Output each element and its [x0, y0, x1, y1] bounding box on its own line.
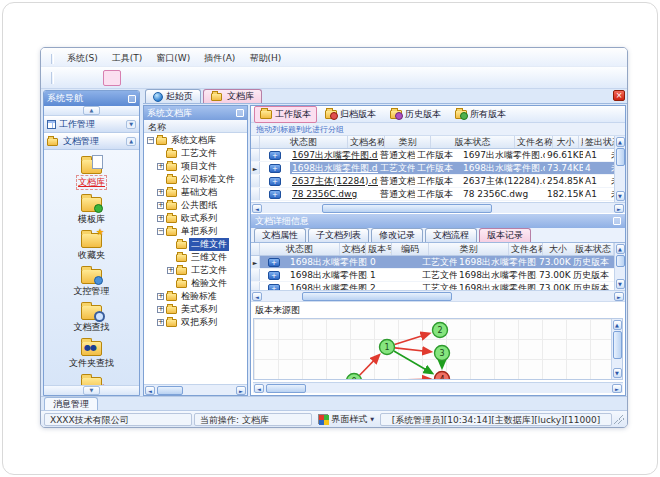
table-horizontal-scrollbar[interactable]: ◄ ► — [251, 202, 625, 213]
sidebar-group-work[interactable]: 工作管理 ▼ — [44, 116, 139, 133]
group-by-bar[interactable]: 拖动列标题到此进行分组 — [251, 123, 625, 136]
table-row[interactable]: 1698出水嘴零件图.dwg 1 工艺文件 1698出水嘴零件图.dwg 73.… — [251, 269, 614, 282]
column-header[interactable]: 文档名称 — [340, 243, 366, 255]
sidebar-item[interactable]: 文控管理 — [49, 264, 135, 299]
detail-tab[interactable]: 文档流程 — [425, 228, 477, 242]
graph-horizontal-scrollbar[interactable]: ◄ ► — [253, 382, 623, 393]
column-header[interactable]: 大小 — [553, 136, 579, 148]
version-button[interactable]: 历史版本 — [384, 106, 447, 123]
tab-message-manager[interactable]: 消息管理 — [44, 397, 98, 410]
doc-name-cell[interactable]: 1698出水嘴零件图.dwg — [290, 162, 378, 175]
column-header[interactable]: 类别 — [429, 243, 509, 255]
tree-horizontal-scrollbar[interactable]: ◄ ► — [144, 384, 247, 395]
tree-item[interactable]: 欧式系列 — [144, 212, 247, 225]
chevron-down-icon[interactable]: ▼ — [126, 120, 136, 129]
scroll-up-icon[interactable]: ▲ — [616, 244, 625, 254]
tree-expander-icon[interactable] — [147, 137, 154, 144]
column-header[interactable]: 状态图 — [260, 243, 340, 255]
chevron-down-icon[interactable]: ▼ — [83, 386, 101, 395]
sidebar-item[interactable]: 文档库 — [49, 154, 135, 191]
doc-name-cell[interactable]: 1698出水嘴零件图.dwg — [288, 269, 368, 282]
tree-item[interactable]: 检验文件 — [144, 277, 247, 290]
sidebar-item[interactable]: 模板库 — [49, 192, 135, 227]
pin-icon[interactable] — [236, 109, 244, 117]
detail-tab[interactable]: 文档属性 — [254, 228, 306, 242]
scroll-left-icon[interactable]: ◄ — [252, 292, 262, 301]
column-header[interactable]: 类别 — [385, 136, 431, 148]
table-vertical-scrollbar[interactable]: ▲ ▼ — [614, 136, 625, 202]
desktop-icon[interactable] — [61, 70, 79, 86]
tree-item[interactable]: 双把系列 — [144, 316, 247, 329]
tree-item[interactable]: 二维文件 — [144, 238, 247, 251]
scroll-down-icon[interactable]: ▼ — [616, 191, 625, 201]
window-badge-icon-3[interactable] — [187, 70, 205, 86]
sidebar-item[interactable]: 签出的文档 — [49, 372, 135, 385]
window-list-icon[interactable] — [124, 70, 142, 86]
scroll-right-icon[interactable]: ► — [236, 386, 246, 395]
scroll-right-icon[interactable]: ► — [612, 384, 622, 393]
tree-expander-icon[interactable] — [167, 254, 174, 261]
version-button[interactable]: 所有版本 — [449, 106, 512, 123]
lock-icon[interactable] — [229, 70, 247, 86]
tree-item[interactable]: 工艺文件 — [144, 147, 247, 160]
tree-item[interactable]: 项目文件 — [144, 160, 247, 173]
window-badge-icon-1[interactable] — [145, 70, 163, 86]
tab-start-page[interactable]: 起始页 — [145, 89, 201, 103]
column-header[interactable]: 编码 — [392, 243, 429, 255]
doc-name-cell[interactable]: 2637主体(12284).dwg — [290, 175, 378, 188]
tree-expander-icon[interactable] — [157, 306, 164, 313]
graph-vertical-scrollbar[interactable]: ▲ ▼ — [611, 319, 622, 379]
scroll-up-icon[interactable]: ▲ — [613, 320, 622, 330]
column-header[interactable]: 版本状态 — [573, 243, 614, 255]
column-header[interactable]: 文件名称 — [515, 136, 553, 148]
scroll-up-icon[interactable]: ▲ — [616, 137, 625, 147]
tree-item[interactable]: 公共图纸 — [144, 199, 247, 212]
table-row[interactable]: 1698出水嘴零件图.dwg 2 工艺文件 1698出水嘴零件图.dwg 73.… — [251, 282, 614, 290]
table-row[interactable]: 2637主体(12284).dwg 普通文档 工作版本 2637主体(12284… — [251, 175, 614, 188]
detail-tab[interactable]: 修改记录 — [371, 228, 423, 242]
tree-expander-icon[interactable] — [157, 176, 164, 183]
close-icon[interactable]: × — [613, 90, 625, 101]
tree-expander-icon[interactable] — [157, 228, 164, 235]
tree-column-header[interactable]: 名称 — [144, 120, 247, 133]
exit-icon[interactable] — [250, 70, 268, 86]
tree-item[interactable]: 基础文档 — [144, 186, 247, 199]
doc-name-cell[interactable]: 1698出水嘴零件图.dwg — [288, 256, 368, 269]
menu-item[interactable]: 窗口(W) — [149, 51, 197, 66]
doc-name-cell[interactable]: 1698出水嘴零件图.dwg — [288, 282, 368, 291]
menu-item[interactable]: 工具(T) — [105, 51, 150, 66]
help-icon[interactable] — [208, 70, 226, 86]
chevron-up-icon[interactable]: ▲ — [83, 106, 101, 115]
chevron-up-icon[interactable]: ▲ — [126, 137, 136, 146]
tree-expander-icon[interactable] — [167, 267, 174, 274]
sidebar-item[interactable]: 收藏夹 — [49, 228, 135, 263]
tree-item[interactable]: 三维文件 — [144, 251, 247, 264]
tree-expander-icon[interactable] — [157, 150, 164, 157]
tree-expander-icon[interactable] — [167, 241, 174, 248]
resize-grip[interactable] — [614, 414, 624, 424]
tree-expander-icon[interactable] — [157, 215, 164, 222]
table-horizontal-scrollbar[interactable]: ◄ ► — [251, 290, 625, 301]
scroll-down-icon[interactable]: ▼ — [616, 279, 625, 289]
tree-item[interactable]: 系统文档库 — [144, 134, 247, 147]
tree-item[interactable]: 单把系列 — [144, 225, 247, 238]
tree-item[interactable]: 工艺文件 — [144, 264, 247, 277]
menu-item[interactable]: 帮助(H) — [242, 51, 288, 66]
tree-expander-icon[interactable] — [157, 163, 164, 170]
menu-item[interactable]: 系统(S) — [60, 51, 105, 66]
table-row[interactable]: 1697出水嘴零件图.dwg 普通文档 工作版本 1697出水嘴零件图.dwg … — [251, 149, 614, 162]
version-button[interactable]: 工作版本 — [254, 106, 317, 123]
toolbar-grip[interactable] — [51, 72, 54, 84]
detail-tab[interactable]: 子文档列表 — [308, 228, 369, 242]
new-window-icon[interactable] — [103, 70, 121, 86]
ui-style-dropdown[interactable]: 界面样式 ▼ — [314, 413, 378, 426]
scroll-down-icon[interactable]: ▼ — [613, 368, 622, 378]
column-header[interactable]: 版本状态 — [431, 136, 515, 148]
version-button[interactable]: 归档版本 — [319, 106, 382, 123]
column-header[interactable]: 签出状态 — [583, 136, 614, 148]
scroll-left-icon[interactable]: ◄ — [254, 384, 264, 393]
column-header[interactable]: 文件名称 — [509, 243, 543, 255]
column-header[interactable]: 版本号 — [366, 243, 392, 255]
tree-expander-icon[interactable] — [167, 280, 174, 287]
tree-expander-icon[interactable] — [157, 319, 164, 326]
